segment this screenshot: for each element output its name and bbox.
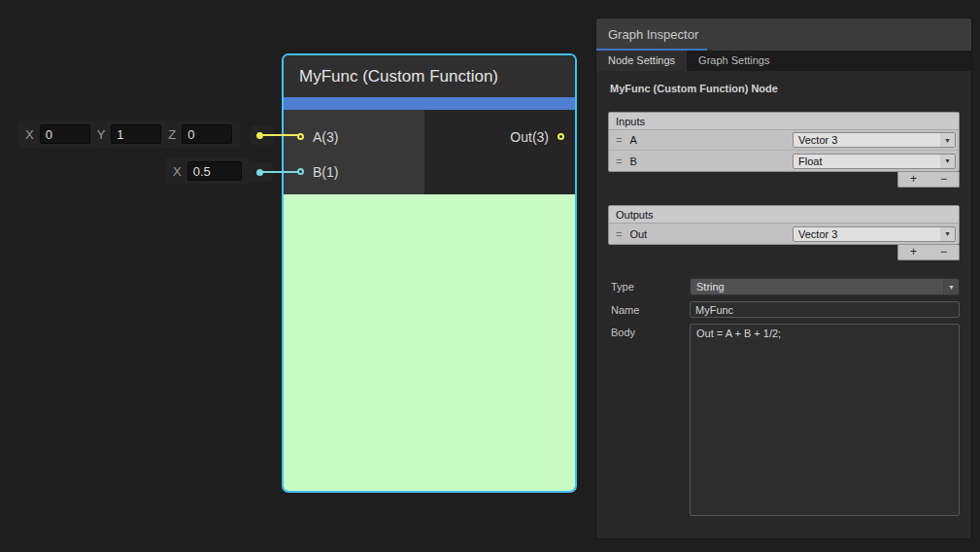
outputs-list: Outputs = Out Vector 3 ▾ (608, 205, 960, 245)
vector3-x-field[interactable]: 0 (40, 124, 90, 144)
name-label: Name (608, 304, 690, 316)
outputs-footer-buttons: + − (897, 245, 960, 260)
graph-inspector-panel: Graph Inspector Node Settings Graph Sett… (595, 17, 972, 539)
inputs-footer-buttons: + − (897, 172, 960, 188)
header-accent-line (596, 49, 707, 51)
add-input-button[interactable]: + (898, 172, 929, 187)
input-a-type-dropdown[interactable]: Vector 3 ▾ (793, 132, 956, 148)
name-field-row: Name (608, 301, 960, 318)
vector3-y-label: Y (97, 127, 106, 142)
vector3-input-widget: X 0 Y 1 Z 0 (17, 121, 240, 148)
type-field-row: Type String ▾ (608, 278, 960, 295)
vector3-y-field[interactable]: 1 (111, 124, 161, 144)
node-title-bar[interactable]: MyFunc (Custom Function) (284, 55, 575, 97)
vector3-z-pair: Z 0 (168, 124, 232, 144)
type-dropdown[interactable]: String ▾ (690, 278, 960, 295)
type-value: String (696, 281, 725, 293)
port-out-label: Out(3) (510, 129, 549, 145)
input-b-name: B (629, 155, 793, 167)
inspector-header[interactable]: Graph Inspector (596, 18, 971, 51)
wire-vector3-to-a[interactable] (262, 134, 299, 136)
outputs-row-out[interactable]: = Out Vector 3 ▾ (609, 224, 959, 244)
inspector-title: Graph Inspector (608, 27, 698, 42)
vector3-z-label: Z (168, 127, 176, 142)
wire-float-to-b[interactable] (262, 171, 299, 173)
outputs-list-footer: + − (608, 245, 960, 260)
input-b-type-dropdown[interactable]: Float ▾ (793, 154, 956, 169)
node-preview (284, 194, 575, 491)
tab-node-settings[interactable]: Node Settings (596, 51, 687, 71)
output-out-type-dropdown[interactable]: Vector 3 ▾ (793, 226, 956, 242)
node-title: MyFunc (Custom Function) (299, 67, 498, 86)
chevron-down-icon: ▾ (943, 279, 959, 294)
vector3-z-field[interactable]: 0 (182, 124, 232, 144)
port-b-label: B(1) (313, 164, 338, 180)
input-a-name: A (629, 134, 793, 146)
drag-handle-icon[interactable]: = (616, 134, 622, 146)
node-port-area: A(3) B(1) Out(3) (284, 110, 575, 194)
node-settings-subtitle: MyFunc (Custom Function) Node (610, 83, 960, 94)
vector3-x-pair: X 0 (25, 124, 90, 144)
drag-handle-icon[interactable]: = (616, 155, 622, 167)
chevron-down-icon: ▾ (940, 227, 955, 241)
inputs-row-a[interactable]: = A Vector 3 ▾ (609, 130, 959, 151)
float-x-field[interactable]: 0.5 (187, 161, 242, 181)
inputs-list-footer: + − (608, 172, 960, 188)
vector3-x-label: X (25, 127, 34, 142)
outputs-list-header: Outputs (609, 206, 959, 224)
inputs-list-header: Inputs (609, 113, 959, 130)
custom-function-node[interactable]: MyFunc (Custom Function) A(3) B(1) Out(3… (282, 53, 577, 493)
drag-handle-icon[interactable]: = (616, 228, 622, 240)
add-output-button[interactable]: + (898, 245, 929, 259)
node-accent-bar (284, 97, 575, 110)
output-port-out[interactable]: Out(3) (510, 130, 564, 143)
float-x-label: X (173, 164, 182, 179)
type-label: Type (608, 281, 690, 293)
inputs-list: Inputs = A Vector 3 ▾ = B Float ▾ (608, 112, 960, 172)
body-label: Body (608, 327, 690, 338)
body-textarea[interactable]: Out = A + B + 1/2; (690, 324, 960, 516)
remove-output-button[interactable]: − (929, 245, 959, 259)
chevron-down-icon: ▾ (940, 155, 955, 168)
node-input-column (284, 110, 424, 194)
chevron-down-icon: ▾ (940, 133, 955, 147)
input-port-b[interactable]: B(1) (297, 165, 338, 178)
output-out-name: Out (629, 228, 793, 240)
name-input[interactable] (690, 301, 960, 318)
input-port-a[interactable]: A(3) (297, 130, 338, 143)
inspector-content: MyFunc (Custom Function) Node Inputs = A… (596, 71, 971, 538)
tab-graph-settings[interactable]: Graph Settings (687, 51, 781, 71)
graph-canvas[interactable]: { "canvas": { "vector3_widget": { "field… (0, 0, 980, 552)
input-a-type-value: Vector 3 (798, 134, 837, 146)
port-out-circle-icon[interactable] (558, 133, 564, 140)
input-b-type-value: Float (798, 155, 822, 167)
inspector-tab-bar: Node Settings Graph Settings (596, 51, 971, 71)
remove-input-button[interactable]: − (929, 172, 959, 187)
inputs-row-b[interactable]: = B Float ▾ (609, 151, 959, 171)
float-input-widget: X 0.5 (165, 157, 250, 185)
output-out-type-value: Vector 3 (798, 228, 837, 240)
vector3-y-pair: Y 1 (97, 124, 162, 144)
port-a-label: A(3) (313, 129, 338, 145)
body-field-row: Body Out = A + B + 1/2; (608, 324, 960, 516)
float-x-pair: X 0.5 (173, 161, 242, 181)
